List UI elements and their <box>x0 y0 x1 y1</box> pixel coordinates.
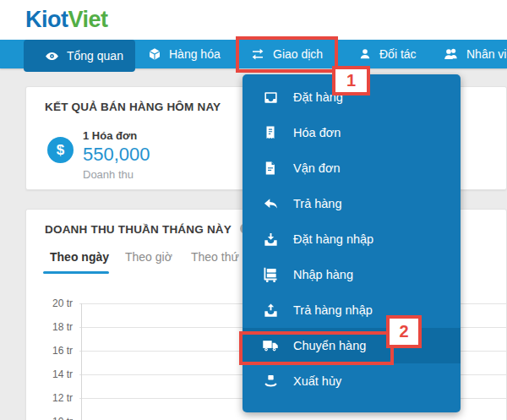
import-trolley-icon <box>261 266 280 283</box>
dispose-icon <box>261 374 280 390</box>
nav-item-label: Nhân viên <box>466 47 507 61</box>
logo-viet: Viet <box>68 7 107 32</box>
app-header: KiotViet <box>0 0 507 40</box>
menu-item-label: Nhập hàng <box>293 268 353 281</box>
tab-theo-gio[interactable]: Theo giờ <box>125 250 172 264</box>
menu-item-label: Xuất hủy <box>293 374 341 388</box>
shipping-doc-icon <box>261 161 280 176</box>
giao-dich-dropdown: Đặt hàng Hóa đơn Vận đơn Trả hàng Đặt hà… <box>243 74 461 412</box>
menu-item-nhap-hang[interactable]: Nhập hàng <box>243 257 461 292</box>
menu-item-tra-hang-nhap[interactable]: Trả hàng nhập <box>243 292 461 328</box>
nav-item-label: Giao dịch <box>273 47 323 61</box>
active-tab-underline <box>43 271 109 274</box>
menu-item-label: Chuyển hàng <box>293 339 366 352</box>
transfer-truck-icon <box>261 337 280 354</box>
order-inbox-icon <box>261 90 280 106</box>
eye-icon <box>45 49 59 63</box>
people-icon <box>444 46 459 62</box>
y-tick-label: 18 tr <box>39 321 73 333</box>
sales-card-title: KẾT QUẢ BÁN HÀNG HÔM NAY <box>45 101 221 113</box>
cube-icon <box>148 47 161 61</box>
person-icon <box>358 47 372 61</box>
menu-item-tra-hang[interactable]: Trả hàng <box>243 186 461 221</box>
return-import-icon <box>261 303 280 319</box>
revenue-label: Doanh thu <box>83 168 150 181</box>
y-tick-label: 12 tr <box>39 392 73 404</box>
return-arrow-icon <box>261 196 280 212</box>
menu-item-label: Trả hàng <box>293 197 342 210</box>
y-tick-label: 10 tr <box>39 416 73 420</box>
menu-item-label: Trả hàng nhập <box>293 303 373 317</box>
nav-item-label: Hàng hóa <box>169 47 221 61</box>
logo-kiot: Kiot <box>25 7 68 32</box>
nav-item-doi-tac[interactable]: Đối tác <box>346 40 431 68</box>
menu-item-van-don[interactable]: Vận đơn <box>243 150 461 186</box>
revenue-card-title: DOANH THU THUẦN THÁNG NÀY <box>45 223 232 236</box>
nav-item-label: Đối tác <box>379 47 417 61</box>
sales-figures: 1 Hóa đơn 550,000 Doanh thu <box>83 129 150 181</box>
menu-item-dat-hang-nhap[interactable]: Đặt hàng nhập <box>243 221 461 257</box>
purchase-order-icon <box>261 232 280 248</box>
menu-item-label: Đặt hàng nhập <box>293 232 373 246</box>
y-axis-line <box>81 303 82 420</box>
nav-item-tong-quan[interactable]: Tổng quan <box>24 40 135 72</box>
nav-item-nhan-vien[interactable]: Nhân viên <box>435 40 507 68</box>
y-tick-label: 20 tr <box>39 297 73 309</box>
annotation-step-1: 1 <box>332 66 370 95</box>
menu-item-xuat-huy[interactable]: Xuất hủy <box>243 363 461 399</box>
tab-theo-thu[interactable]: Theo thứ <box>191 250 239 264</box>
annotation-step-2: 2 <box>386 315 422 348</box>
tab-theo-ngay[interactable]: Theo ngày <box>50 250 109 264</box>
dollar-icon: $ <box>47 137 74 163</box>
swap-arrows-icon <box>250 46 265 62</box>
y-axis-tick: 10 tr <box>39 416 506 420</box>
menu-item-label: Hóa đơn <box>293 126 341 139</box>
revenue-value: 550,000 <box>83 144 150 166</box>
nav-item-label: Tổng quan <box>67 49 123 63</box>
invoice-count: 1 Hóa đơn <box>83 129 150 142</box>
kiotviet-logo: KiotViet <box>25 7 108 33</box>
y-tick-label: 16 tr <box>39 345 73 357</box>
nav-item-hang-hoa[interactable]: Hàng hóa <box>135 40 228 68</box>
y-tick-label: 14 tr <box>39 368 73 380</box>
menu-item-label: Vận đơn <box>293 161 340 175</box>
invoice-icon <box>261 125 280 140</box>
menu-item-hoa-don[interactable]: Hóa đơn <box>243 115 461 150</box>
nav-item-giao-dich[interactable]: Giao dịch <box>237 40 338 68</box>
menu-item-chuyen-hang[interactable]: Chuyển hàng <box>243 328 461 363</box>
